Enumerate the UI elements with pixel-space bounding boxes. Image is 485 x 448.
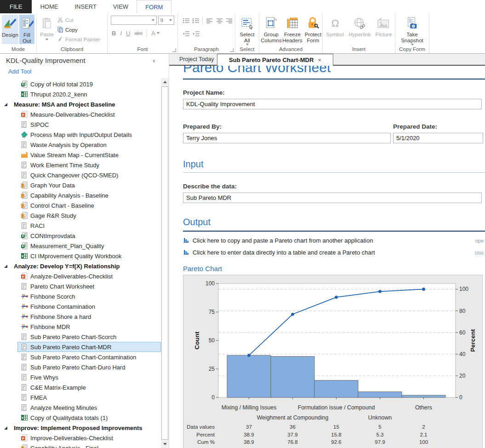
- select-all-button[interactable]: Select All: [237, 14, 257, 45]
- tree-item[interactable]: C&E Matrix-Example: [0, 382, 161, 392]
- describe-data-input[interactable]: [183, 193, 482, 203]
- tree-item[interactable]: Analyze Meeting Minutes: [0, 403, 161, 413]
- tree-item[interactable]: FMEA: [0, 392, 161, 403]
- underline-button[interactable]: U: [126, 30, 130, 37]
- powerpoint-icon: P: [21, 272, 29, 280]
- scrollbar-thumb[interactable]: [161, 86, 168, 440]
- copy-button[interactable]: Copy: [56, 25, 102, 34]
- align-right-icon[interactable]: [225, 16, 234, 25]
- link-right-text[interactable]: ope: [475, 238, 484, 244]
- expand-triangle-icon[interactable]: [4, 426, 9, 430]
- font-color-button[interactable]: A: [151, 30, 160, 37]
- enter-data-link-text[interactable]: Click here to enter data directly into a…: [193, 249, 375, 256]
- tree-item[interactable]: Process Map with Input/Output Details: [0, 130, 161, 140]
- enter-data-link-row[interactable]: Click here to enter data directly into a…: [183, 247, 485, 258]
- tree-item[interactable]: Capability Analysis - Baseline: [0, 190, 161, 200]
- font-size-dropdown-arrow-icon[interactable]: [167, 16, 174, 24]
- font-name-combobox[interactable]: [111, 16, 157, 25]
- paste-pareto-link-text[interactable]: Click here to copy and paste a Pareto ch…: [193, 237, 373, 244]
- tree-item[interactable]: Sub Pareto Pareto Chart-Contamination: [0, 352, 161, 362]
- project-name-input[interactable]: [183, 99, 482, 109]
- doc-tab-active[interactable]: Sub Pareto Pareto Chart-MDR ×: [217, 54, 333, 66]
- tree-item[interactable]: P Analyze-Deliverables-Checklist: [0, 271, 161, 281]
- tree-item[interactable]: Gage R&R Study: [0, 210, 161, 221]
- prepared-date-input[interactable]: [393, 133, 483, 143]
- paste-pareto-link-row[interactable]: Click here to copy and paste a Pareto ch…: [183, 235, 485, 246]
- symbol-button[interactable]: Ω Symbol: [324, 14, 346, 38]
- hyperlink-button[interactable]: Hyperlink: [346, 14, 374, 38]
- tab-close-icon[interactable]: ×: [318, 57, 321, 63]
- svg-text:Percent: Percent: [196, 432, 215, 437]
- tree-item[interactable]: Fishbone Shore a hard: [0, 312, 161, 322]
- tab-insert[interactable]: INSERT: [66, 0, 104, 13]
- tab-form[interactable]: FORM: [137, 0, 171, 13]
- tree-item[interactable]: Pareto Chart Worksheet: [0, 281, 161, 291]
- strikethrough-button[interactable]: abc: [134, 30, 143, 36]
- tab-file[interactable]: FILE: [0, 0, 32, 13]
- font-dialog-launcher-icon[interactable]: [172, 48, 176, 52]
- tree-item[interactable]: X Copy of Hold total 2019: [0, 79, 161, 89]
- tree-item[interactable]: X Thruput 2020.2_kenn: [0, 89, 161, 99]
- numbered-list-icon[interactable]: [191, 16, 200, 25]
- sidebar-collapse-chevron[interactable]: ‹: [150, 57, 158, 64]
- tree-item[interactable]: Quick Changeover (QCO-SMED): [0, 170, 161, 180]
- decrease-indent-icon[interactable]: [182, 29, 191, 38]
- tree-item[interactable]: Value Stream Map - CurrentState: [0, 150, 161, 160]
- tree-item[interactable]: Analyze: Develop Y=f(X) Relationship: [0, 261, 161, 271]
- tree-item[interactable]: Graph Your Data: [0, 180, 161, 190]
- increase-indent-icon[interactable]: [192, 29, 201, 38]
- align-center-icon[interactable]: [215, 16, 224, 25]
- protect-form-button[interactable]: Protect Form: [303, 14, 323, 43]
- picture-button[interactable]: Picture: [374, 14, 394, 38]
- tree-item[interactable]: X Copy of Qualitydata totals (1): [0, 413, 161, 423]
- italic-button[interactable]: I: [120, 30, 122, 37]
- tree-item[interactable]: Improve: Implement Proposed Improvements: [0, 423, 161, 433]
- tab-view[interactable]: VIEW: [105, 0, 137, 13]
- ribbon-tab-row: FILE HOME INSERT VIEW FORM: [0, 0, 485, 13]
- prepared-by-input[interactable]: [183, 133, 391, 143]
- tree-item[interactable]: Fishbone Scorch: [0, 291, 161, 301]
- tree-item[interactable]: RACI: [0, 221, 161, 231]
- tree-item[interactable]: Waste Analysis by Operation: [0, 140, 161, 150]
- add-tool-link[interactable]: Add Tool: [8, 68, 31, 75]
- paste-button[interactable]: Paste: [38, 14, 56, 40]
- tree-item[interactable]: P Measure-Deliverables-Checklist: [0, 109, 161, 119]
- tree-item[interactable]: SIPOC: [0, 119, 161, 130]
- tree-item[interactable]: Work Element Time Study: [0, 160, 161, 170]
- doc-tab-project-today[interactable]: Project Today: [179, 54, 217, 65]
- tree-item[interactable]: Sub Pareto Pareto Chart-MDR: [17, 342, 161, 352]
- font-color-letter: A: [151, 30, 155, 37]
- scrollbar-down-arrow-icon[interactable]: [161, 440, 169, 448]
- sidebar-scrollbar[interactable]: [161, 78, 169, 448]
- tree-item[interactable]: Sub Pareto Pareto Chart-Duro Hard: [0, 362, 161, 372]
- tree-item[interactable]: Measure: MSA and Project Baseline: [0, 99, 161, 109]
- tree-item[interactable]: Fishbone Contamination: [0, 301, 161, 312]
- tree-item[interactable]: Five Whys: [0, 372, 161, 382]
- take-snapshot-button[interactable]: Take Snapshot: [398, 14, 427, 45]
- tree-item[interactable]: Sub Pareto Pareto Chart-Scorch: [0, 332, 161, 342]
- freeze-headers-button[interactable]: Freeze Headers: [282, 14, 303, 43]
- font-name-dropdown-arrow-icon[interactable]: [150, 16, 156, 24]
- cut-button[interactable]: Cut: [56, 15, 102, 25]
- tree-item[interactable]: X CI IMprovement Quality Workbook: [0, 251, 161, 261]
- tab-home[interactable]: HOME: [32, 0, 66, 13]
- expand-triangle-icon[interactable]: [4, 102, 9, 107]
- fill-out-mode-button[interactable]: Fill Out: [19, 15, 34, 44]
- scrollbar-up-arrow-icon[interactable]: [161, 78, 169, 86]
- bold-button[interactable]: B: [112, 30, 116, 37]
- font-size-combobox[interactable]: 9: [158, 16, 174, 25]
- tree-item[interactable]: X Measurement_Plan_Quality: [0, 241, 161, 251]
- tree-item[interactable]: Fishbone MDR: [0, 322, 161, 332]
- align-left-icon[interactable]: [205, 16, 214, 25]
- group-columns-button[interactable]: Group Columns: [261, 14, 282, 43]
- format-painter-button[interactable]: Format Painter: [56, 34, 102, 44]
- paragraph-dialog-launcher-icon[interactable]: [230, 48, 234, 52]
- design-mode-button[interactable]: Design: [2, 15, 18, 44]
- bullet-list-icon[interactable]: [182, 16, 190, 25]
- tree-item[interactable]: X CONtImprovdata: [0, 231, 161, 241]
- expand-triangle-icon[interactable]: [4, 264, 9, 268]
- tree-item[interactable]: P Improve-Deliverables-Checklist: [0, 433, 161, 443]
- tree-item[interactable]: Control Chart - Baseline: [0, 200, 161, 210]
- link-right-text[interactable]: clos: [474, 250, 484, 255]
- tree-item[interactable]: Capability Analysis - Final: [0, 443, 161, 448]
